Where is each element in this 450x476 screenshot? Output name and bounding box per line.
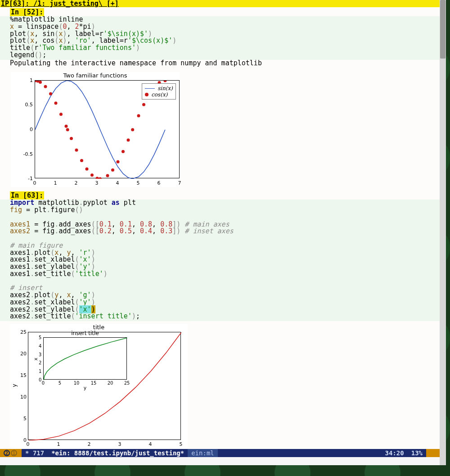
legend-label-cos: cos(x) (151, 91, 167, 98)
xtick: 4 (116, 180, 119, 186)
tab-title[interactable]: IP[63]: /1: just_testing\ [+] (1, 0, 119, 8)
svg-point-11 (80, 159, 83, 162)
cell-stdout: Populating the interactive namespace fro… (0, 60, 440, 67)
ixtick: 10 (74, 381, 80, 385)
inset-title: insert title (43, 330, 127, 336)
circle-icon: 2 (4, 450, 10, 456)
circle-icon: 1 (11, 450, 17, 456)
ytick: 20 (20, 351, 27, 357)
svg-point-10 (75, 149, 78, 152)
svg-point-21 (131, 128, 134, 131)
svg-point-14 (96, 177, 99, 179)
modeline-position: 34:20 (382, 449, 408, 457)
svg-point-3 (44, 85, 47, 88)
iytick: 3 (39, 352, 41, 357)
xtick: 0 (27, 441, 30, 447)
code-input[interactable]: import matplotlib.pyplot as plt fig = pl… (0, 199, 440, 321)
modeline-window-indicator: 21 (0, 449, 22, 457)
ixtick: 25 (124, 381, 130, 385)
iytick: 5 (39, 335, 41, 340)
svg-point-2 (39, 81, 42, 84)
ytick: -1 (28, 176, 33, 181)
ytick: 1 (30, 77, 33, 83)
iytick: 2 (39, 360, 41, 365)
xtick: 3 (118, 441, 122, 447)
y-axis-label: y (11, 384, 18, 387)
svg-point-22 (137, 114, 140, 118)
svg-point-7 (65, 125, 68, 128)
modeline-major-mode[interactable]: ein:ml (188, 449, 218, 457)
ytick: 0.5 (25, 102, 33, 108)
cell-63[interactable]: In [63]: import matplotlib.pyplot as plt… (0, 190, 440, 450)
xtick: 2 (75, 180, 78, 186)
svg-point-8 (66, 128, 69, 131)
ixtick: 15 (91, 381, 97, 385)
xtick: 1 (57, 441, 60, 447)
xtick: 2 (88, 441, 91, 447)
xtick: 7 (178, 180, 181, 186)
svg-point-16 (106, 174, 109, 177)
legend-swatch-cos (145, 93, 148, 96)
ytick: -0.5 (23, 151, 33, 157)
minibuffer[interactable] (0, 457, 440, 465)
ytick: 5 (23, 416, 27, 422)
svg-point-5 (54, 102, 58, 105)
modeline: 21 * 717 *ein: 8888/test.ipynb/just_test… (0, 449, 440, 457)
inset-x-label: y (43, 385, 127, 391)
ytick: 10 (20, 394, 27, 400)
ixtick: 20 (108, 381, 113, 385)
ixtick: 5 (58, 381, 61, 385)
legend-label-sin: sin(x) (158, 85, 173, 91)
chart-plot-area: sin(x) cos(x) (35, 80, 180, 178)
tab-bar[interactable]: IP[63]: /1: just_testing\ [+] (0, 0, 440, 7)
svg-point-19 (122, 150, 125, 153)
xtick: 4 (149, 441, 152, 447)
modeline-percent: 13% (408, 449, 426, 457)
chart-title: Two familiar functions (11, 72, 180, 79)
inset-svg (44, 338, 127, 380)
chart-legend: sin(x) cos(x) (142, 83, 176, 100)
ytick: 15 (20, 372, 27, 378)
chart-title: title (10, 324, 188, 331)
ixtick: 0 (42, 381, 45, 385)
chart-main-inset: title y x 0 5 10 15 20 25 0 1 2 3 4 5 in… (10, 324, 188, 450)
svg-point-27 (163, 81, 166, 82)
xtick: 1 (54, 180, 57, 186)
svg-point-18 (117, 160, 120, 163)
svg-point-17 (111, 168, 114, 172)
xtick: 6 (158, 180, 161, 186)
ytick: 0 (30, 127, 33, 132)
svg-point-4 (49, 92, 52, 95)
svg-point-13 (90, 173, 94, 177)
iytick: 0 (39, 377, 41, 382)
inset-plot-area (43, 337, 127, 380)
chart-two-familiar-functions: Two familiar functions sin(x) cos(x) 1 0… (11, 72, 180, 187)
cell-52[interactable]: In [52]: %matplotlib inline x = linspace… (0, 7, 440, 187)
svg-point-15 (99, 177, 102, 179)
xtick: 3 (95, 180, 99, 186)
svg-point-12 (86, 168, 89, 171)
modeline-buffer-name[interactable]: *ein: 8888/test.ipynb/just_testing* (48, 449, 188, 457)
scrollbar[interactable] (440, 0, 446, 465)
svg-point-20 (127, 139, 130, 142)
iytick: 4 (39, 344, 41, 349)
editor-frame: IP[63]: /1: just_testing\ [+] In [52]: %… (0, 0, 440, 457)
inset-y-label: x (33, 358, 39, 361)
scrollbar-thumb[interactable] (440, 0, 446, 59)
xtick: 0 (33, 180, 36, 186)
xtick: 5 (180, 441, 183, 447)
code-input[interactable]: %matplotlib inline x = linspace(0, 2*pi)… (0, 16, 440, 60)
modeline-modified: * 717 (22, 449, 48, 457)
svg-point-23 (142, 103, 145, 106)
svg-point-9 (70, 137, 73, 140)
xtick: 5 (137, 180, 140, 186)
svg-point-6 (59, 113, 63, 116)
modeline-percent-bar (426, 449, 440, 457)
ytick: 25 (20, 329, 27, 335)
iytick: 1 (39, 369, 41, 374)
legend-swatch-sin (145, 88, 155, 89)
